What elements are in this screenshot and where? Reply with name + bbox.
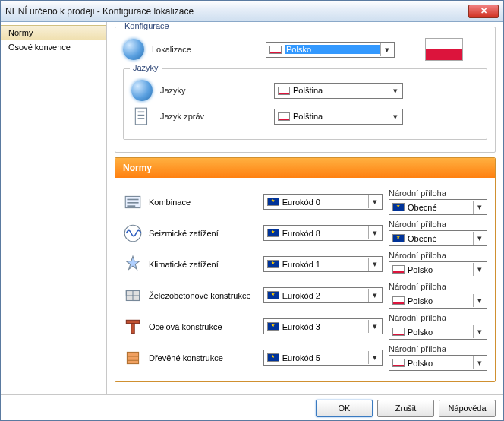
standard-combo[interactable]: Eurokód 0▾: [263, 194, 383, 210]
close-button[interactable]: ✕: [468, 5, 499, 18]
chevron-down-icon: ▾: [368, 320, 380, 333]
languages-label: Jazyky: [160, 86, 266, 95]
flag-eu-icon: [392, 234, 405, 242]
norm-icon: [123, 254, 143, 275]
norm-label: Kombinace: [149, 198, 257, 207]
sidebar: Normy Osové konvence: [1, 22, 107, 394]
svg-rect-0: [135, 108, 146, 125]
chevron-down-icon: ▾: [473, 356, 485, 369]
annex-label: Národní příloha: [389, 251, 487, 260]
button-bar: OK Zrušit Nápověda: [1, 394, 503, 421]
flag-eu-icon: [392, 203, 405, 211]
norm-row: Železobetonové konstrukceEurokód 2▾Národ…: [123, 282, 487, 309]
norm-row: Ocelová konstrukceEurokód 3▾Národní příl…: [123, 313, 487, 340]
standard-combo[interactable]: Eurokód 8▾: [263, 225, 383, 241]
titlebar: NENÍ určeno k prodeji - Konfigurace loka…: [1, 1, 503, 22]
annex-combo[interactable]: Obecné▾: [389, 199, 487, 215]
norm-label: Ocelová konstrukce: [149, 322, 257, 331]
svg-rect-3: [138, 118, 145, 119]
flag-pl-icon: [392, 328, 405, 336]
standard-combo[interactable]: Eurokód 2▾: [263, 287, 383, 303]
chevron-down-icon: ▾: [389, 110, 401, 123]
chevron-down-icon: ▾: [368, 226, 380, 239]
norm-label: Klimatické zatížení: [149, 260, 257, 269]
ok-button[interactable]: OK: [316, 400, 373, 417]
messages-label: Jazyk zpráv: [160, 112, 266, 121]
cancel-button[interactable]: Zrušit: [377, 400, 434, 417]
flag-pl-icon: [278, 87, 290, 95]
chevron-down-icon: ▾: [473, 263, 485, 276]
svg-rect-14: [127, 352, 138, 363]
annex-combo[interactable]: Obecné▾: [389, 230, 487, 246]
flag-eu-icon: [267, 353, 279, 362]
norm-row: KombinaceEurokód 0▾Národní přílohaObecné…: [123, 188, 487, 215]
flag-eu-icon: [267, 322, 279, 331]
chevron-down-icon: ▾: [368, 351, 380, 364]
languages-legend: Jazyky: [130, 63, 162, 72]
localization-label: Lokalizace: [152, 45, 258, 54]
norms-header: Normy: [115, 158, 495, 178]
norm-icon: [123, 347, 143, 369]
svg-rect-7: [127, 205, 135, 207]
flag-eu-icon: [267, 291, 279, 299]
sidebar-item-axis-conventions[interactable]: Osové konvence: [1, 40, 106, 54]
norm-icon: [123, 192, 143, 213]
norm-row: Dřevěné konstrukceEurokód 5▾Národní příl…: [123, 344, 487, 371]
svg-point-8: [124, 225, 141, 242]
document-icon: [131, 106, 153, 127]
flag-eu-icon: [267, 260, 279, 268]
config-group: Konfigurace Lokalizace Polsko ▾ Jazyky J…: [115, 27, 496, 153]
norms-panel: Normy KombinaceEurokód 0▾Národní příloha…: [115, 157, 496, 382]
flag-pl-icon: [392, 265, 405, 274]
chevron-down-icon: ▾: [473, 325, 485, 338]
annex-label: Národní příloha: [389, 344, 487, 353]
chevron-down-icon: ▾: [473, 201, 485, 214]
annex-combo[interactable]: Polsko▾: [389, 355, 487, 371]
annex-label: Národní příloha: [389, 220, 487, 229]
flag-eu-icon: [267, 229, 279, 237]
annex-label: Národní příloha: [389, 282, 487, 291]
svg-rect-13: [131, 323, 134, 333]
standard-combo[interactable]: Eurokód 5▾: [263, 350, 383, 366]
globe-icon: [123, 39, 144, 60]
norm-icon: [123, 316, 143, 337]
norm-row: Seizmické zatíženíEurokód 8▾Národní příl…: [123, 220, 487, 246]
svg-rect-12: [126, 320, 139, 323]
window-title: NENÍ určeno k prodeji - Konfigurace loka…: [5, 6, 468, 17]
norm-icon: [123, 285, 143, 306]
annex-combo[interactable]: Polsko▾: [389, 324, 487, 340]
norm-icon: [123, 223, 143, 244]
annex-label: Národní příloha: [389, 188, 487, 198]
main-panel: Konfigurace Lokalizace Polsko ▾ Jazyky J…: [107, 22, 503, 394]
annex-label: Národní příloha: [389, 313, 487, 322]
chevron-down-icon: ▾: [380, 43, 392, 56]
standard-combo[interactable]: Eurokód 3▾: [263, 318, 383, 334]
norm-label: Železobetonové konstrukce: [149, 291, 257, 300]
svg-rect-2: [138, 115, 145, 116]
norm-label: Dřevěné konstrukce: [149, 353, 257, 362]
flag-eu-icon: [267, 198, 279, 206]
standard-combo[interactable]: Eurokód 1▾: [263, 256, 383, 272]
localization-combo[interactable]: Polsko ▾: [266, 42, 395, 58]
chevron-down-icon: ▾: [473, 232, 485, 245]
chevron-down-icon: ▾: [389, 84, 401, 97]
flag-pl-icon: [278, 112, 290, 121]
annex-combo[interactable]: Polsko▾: [389, 293, 487, 309]
annex-combo[interactable]: Polsko▾: [389, 261, 487, 277]
flag-pl-icon: [392, 359, 405, 367]
chevron-down-icon: ▾: [368, 258, 380, 271]
svg-rect-5: [127, 198, 138, 200]
chevron-down-icon: ▾: [368, 289, 380, 302]
flag-pl-icon: [392, 296, 405, 305]
norm-row: Klimatické zatíženíEurokód 1▾Národní pří…: [123, 251, 487, 277]
messages-combo[interactable]: Polština ▾: [274, 109, 403, 125]
sidebar-item-norms[interactable]: Normy: [1, 25, 106, 40]
norm-label: Seizmické zatížení: [149, 229, 257, 238]
languages-combo[interactable]: Polština ▾: [274, 83, 403, 99]
svg-rect-1: [138, 112, 145, 113]
svg-rect-6: [127, 202, 138, 204]
languages-group: Jazyky Jazyky Polština ▾ Jazyk zpráv: [123, 68, 487, 140]
chevron-down-icon: ▾: [368, 195, 380, 208]
country-flag-large: [425, 38, 463, 61]
help-button[interactable]: Nápověda: [439, 400, 496, 417]
